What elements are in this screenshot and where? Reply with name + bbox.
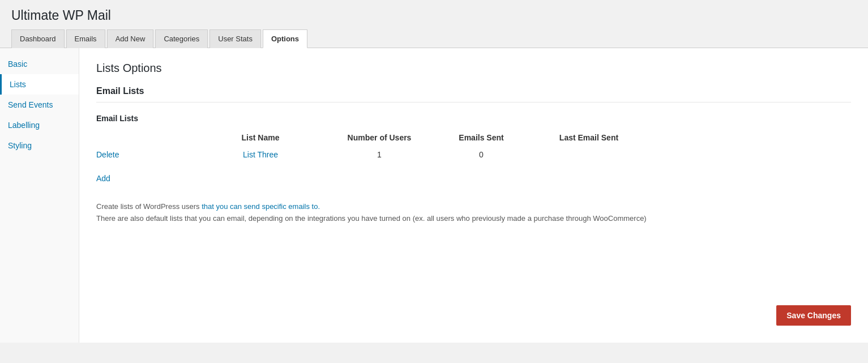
row-action: Delete [96,150,198,159]
description-text: Create lists of WordPress users that you… [96,201,851,225]
sidebar-item-labelling[interactable]: Labelling [0,115,79,135]
tab-user-stats[interactable]: User Stats [209,29,261,48]
row-sent: 0 [436,150,527,159]
description-highlight: that you can send specific emails to. [202,202,320,211]
delete-link[interactable]: Delete [96,150,119,159]
app-title: Ultimate WP Mail [0,0,868,29]
row-users: 1 [323,150,436,159]
content-area: Lists Options Email Lists Email Lists Li… [79,48,868,343]
table-header-row: List Name Number of Users Emails Sent La… [96,130,851,146]
tab-emails[interactable]: Emails [66,29,105,48]
page-title: Lists Options [96,62,851,75]
tab-categories[interactable]: Categories [155,29,208,48]
add-action: Add [96,168,198,185]
col-header-lastsent: Last Email Sent [527,133,651,142]
tab-dashboard[interactable]: Dashboard [11,29,65,48]
description-line2: There are also default lists that you ca… [96,213,851,225]
description-line1: Create lists of WordPress users that you… [96,201,851,213]
sidebar-item-basic[interactable]: Basic [0,54,79,74]
col-header-listname: List Name [198,133,323,142]
col-header-action [96,133,198,142]
section-title: Email Lists [96,86,851,103]
sidebar: Basic Lists Send Events Labelling Stylin… [0,48,79,343]
email-lists-label: Email Lists [96,114,851,123]
col-header-sent: Emails Sent [436,133,527,142]
tab-add-new[interactable]: Add New [107,29,154,48]
add-row: Add [96,164,851,190]
sidebar-item-lists[interactable]: Lists [0,74,79,95]
sidebar-item-styling[interactable]: Styling [0,135,79,156]
list-name-link[interactable]: List Three [243,150,278,159]
table-row: Delete List Three 1 0 [96,146,851,164]
save-changes-button[interactable]: Save Changes [776,305,851,326]
col-header-users: Number of Users [323,133,436,142]
email-lists-table: List Name Number of Users Emails Sent La… [96,130,851,190]
tab-options[interactable]: Options [263,29,307,48]
main-layout: Basic Lists Send Events Labelling Stylin… [0,48,868,343]
row-listname: List Three [198,150,323,159]
nav-tabs: Dashboard Emails Add New Categories User… [0,29,868,48]
sidebar-item-send-events[interactable]: Send Events [0,95,79,115]
add-link[interactable]: Add [96,172,110,185]
